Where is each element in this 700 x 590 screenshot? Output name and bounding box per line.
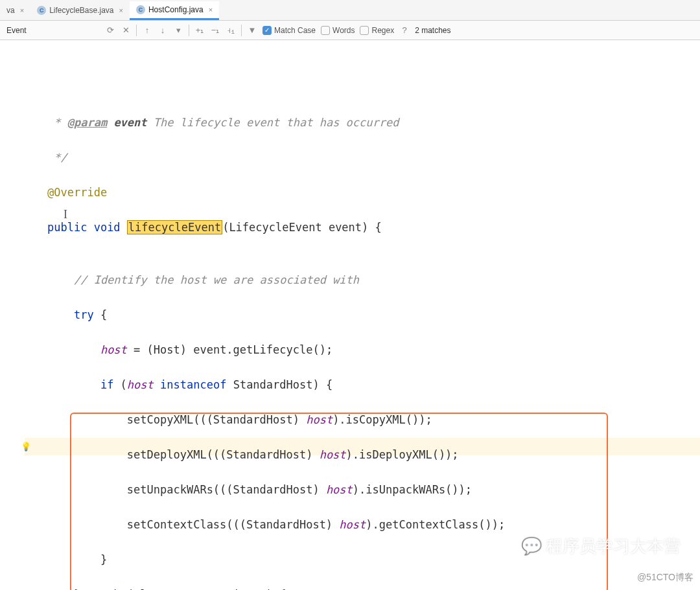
code-editor[interactable]: I * @param event The lifecycle event tha… bbox=[25, 40, 700, 590]
close-icon[interactable]: × bbox=[20, 6, 24, 14]
close-icon[interactable]: ✕ bbox=[121, 25, 131, 36]
remove-occurrence-icon[interactable]: ⫞₁ bbox=[226, 25, 236, 36]
tab-file-2[interactable]: C HostConfig.java × bbox=[130, 1, 219, 20]
match-count: 2 matches bbox=[415, 26, 450, 35]
search-highlight: lifecycleEvent bbox=[127, 220, 222, 234]
editor-area: 💡 I * @param event The lifecycle event t… bbox=[0, 40, 700, 590]
class-icon: C bbox=[136, 5, 145, 14]
find-toolbar: ⟳ ✕ ↑ ↓ ▾ +₁ −₁ ⫞₁ ▼ ✓ Match Case Words … bbox=[0, 21, 700, 40]
next-match-icon[interactable]: ↓ bbox=[158, 25, 168, 36]
editor-tabs: va × C LifecycleBase.java × C HostConfig… bbox=[0, 0, 700, 21]
tab-file-1[interactable]: C LifecycleBase.java × bbox=[30, 2, 130, 20]
class-icon: C bbox=[37, 6, 46, 15]
text-cursor-icon: I bbox=[64, 206, 67, 223]
close-icon[interactable]: × bbox=[209, 6, 213, 14]
words-checkbox[interactable]: Words bbox=[321, 26, 355, 35]
regex-checkbox[interactable]: Regex bbox=[360, 26, 394, 35]
file-label: va bbox=[6, 6, 15, 15]
match-case-checkbox[interactable]: ✓ Match Case bbox=[262, 26, 316, 35]
select-all-icon[interactable]: −₁ bbox=[210, 25, 220, 36]
file-label: LifecycleBase.java bbox=[49, 6, 113, 15]
filter-dropdown-icon[interactable]: ▾ bbox=[173, 25, 183, 36]
separator bbox=[189, 25, 189, 36]
checkbox-checked-icon: ✓ bbox=[262, 26, 272, 35]
close-icon[interactable]: × bbox=[119, 6, 123, 14]
file-label: HostConfig.java bbox=[148, 5, 204, 14]
prev-match-icon[interactable]: ↑ bbox=[142, 25, 152, 36]
funnel-icon[interactable]: ▼ bbox=[247, 25, 257, 36]
help-icon[interactable]: ? bbox=[399, 25, 410, 36]
gutter[interactable]: 💡 bbox=[0, 40, 25, 590]
checkbox-icon bbox=[321, 26, 330, 35]
checkbox-icon bbox=[360, 26, 369, 35]
tab-file-0[interactable]: va × bbox=[0, 2, 30, 20]
separator bbox=[241, 25, 242, 36]
add-selection-icon[interactable]: +₁ bbox=[194, 25, 205, 36]
separator bbox=[136, 25, 137, 36]
search-input[interactable] bbox=[3, 23, 100, 38]
search-history-icon[interactable]: ⟳ bbox=[105, 25, 115, 36]
